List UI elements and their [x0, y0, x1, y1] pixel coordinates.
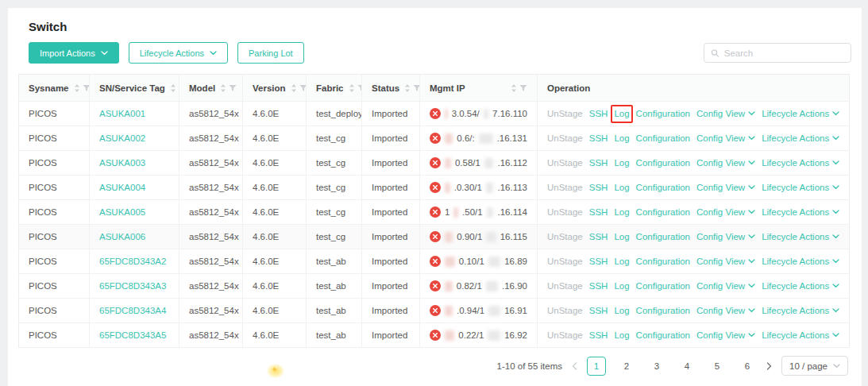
op-link-configuration[interactable]: Configuration: [636, 257, 690, 266]
sn-link[interactable]: 65FDC8D343A5: [99, 330, 166, 340]
filter-icon[interactable]: [357, 84, 362, 92]
op-link-config-view[interactable]: Config View: [696, 281, 755, 291]
op-label: Config View: [696, 257, 745, 266]
sn-link[interactable]: ASUKA001: [99, 109, 145, 118]
op-link-unstage[interactable]: UnStage: [547, 158, 583, 168]
op-link-config-view[interactable]: Config View: [696, 207, 755, 217]
page-number-1[interactable]: 1: [587, 357, 606, 376]
op-link-log-annotated[interactable]: Log: [614, 109, 629, 118]
sort-icon[interactable]: [220, 83, 226, 93]
op-link-ssh[interactable]: SSH: [589, 183, 608, 192]
page-number-3[interactable]: 3: [647, 357, 666, 376]
op-link-ssh[interactable]: SSH: [589, 109, 608, 118]
sn-link[interactable]: ASUKA004: [99, 183, 145, 192]
op-link-config-view[interactable]: Config View: [696, 183, 755, 192]
op-link-ssh[interactable]: SSH: [589, 306, 608, 315]
sn-link[interactable]: 65FDC8D343A3: [99, 281, 166, 291]
page-size-value: 10 / page: [789, 361, 827, 371]
op-link-log[interactable]: Log: [614, 158, 629, 168]
op-link-ssh[interactable]: SSH: [589, 232, 608, 241]
lifecycle-actions-button[interactable]: Lifecycle Actions: [129, 42, 228, 64]
op-link-configuration[interactable]: Configuration: [636, 330, 690, 340]
op-link-configuration[interactable]: Configuration: [636, 207, 690, 217]
op-link-log[interactable]: Log: [614, 257, 629, 266]
sn-link[interactable]: 65FDC8D343A4: [99, 306, 166, 315]
op-link-ssh[interactable]: SSH: [589, 133, 608, 143]
prev-page-button[interactable]: [570, 361, 579, 372]
filter-icon[interactable]: [299, 84, 307, 92]
op-link-log[interactable]: Log: [614, 207, 629, 217]
op-link-lifecycle-actions[interactable]: Lifecycle Actions: [762, 306, 839, 315]
op-link-configuration[interactable]: Configuration: [636, 232, 690, 241]
op-link-configuration[interactable]: Configuration: [636, 158, 690, 168]
op-link-config-view[interactable]: Config View: [696, 330, 755, 340]
page-number-6[interactable]: 6: [738, 357, 757, 376]
op-link-configuration[interactable]: Configuration: [636, 306, 690, 315]
filter-icon[interactable]: [413, 84, 419, 92]
sort-icon[interactable]: [74, 83, 80, 93]
op-link-log[interactable]: Log: [614, 232, 629, 241]
op-link-config-view[interactable]: Config View: [696, 306, 755, 315]
op-link-unstage[interactable]: UnStage: [547, 109, 583, 118]
op-link-ssh[interactable]: SSH: [589, 158, 608, 168]
op-label: SSH: [589, 281, 608, 291]
op-link-ssh[interactable]: SSH: [589, 330, 608, 340]
op-link-config-view[interactable]: Config View: [696, 257, 755, 266]
op-link-unstage[interactable]: UnStage: [547, 306, 583, 315]
op-link-unstage[interactable]: UnStage: [547, 133, 583, 143]
op-link-ssh[interactable]: SSH: [589, 281, 608, 291]
import-actions-button[interactable]: Import Actions: [29, 42, 119, 64]
sort-icon[interactable]: [291, 83, 297, 93]
op-link-lifecycle-actions[interactable]: Lifecycle Actions: [762, 207, 839, 217]
sn-link[interactable]: ASUKA003: [99, 158, 145, 168]
sort-icon[interactable]: [404, 83, 411, 93]
op-link-configuration[interactable]: Configuration: [636, 133, 690, 143]
page-number-4[interactable]: 4: [677, 357, 696, 376]
op-link-configuration[interactable]: Configuration: [636, 109, 690, 118]
op-link-unstage[interactable]: UnStage: [547, 232, 583, 241]
page-size-select[interactable]: 10 / page: [781, 356, 848, 376]
filter-icon[interactable]: [519, 84, 527, 92]
op-link-unstage[interactable]: UnStage: [547, 281, 583, 291]
next-page-button[interactable]: [765, 361, 773, 372]
op-label: SSH: [589, 158, 608, 168]
op-link-lifecycle-actions[interactable]: Lifecycle Actions: [762, 133, 839, 143]
sn-link[interactable]: ASUKA005: [99, 207, 145, 217]
page-number-2[interactable]: 2: [617, 357, 636, 376]
op-link-lifecycle-actions[interactable]: Lifecycle Actions: [762, 257, 839, 266]
op-link-config-view[interactable]: Config View: [696, 232, 755, 241]
op-link-log[interactable]: Log: [614, 330, 629, 340]
op-link-ssh[interactable]: SSH: [589, 257, 608, 266]
sort-icon[interactable]: [511, 83, 517, 93]
op-link-lifecycle-actions[interactable]: Lifecycle Actions: [762, 183, 839, 192]
op-link-config-view[interactable]: Config View: [696, 158, 755, 168]
op-link-config-view[interactable]: Config View: [696, 133, 755, 143]
search-input[interactable]: [724, 48, 844, 58]
sort-icon[interactable]: [349, 83, 355, 93]
filter-icon[interactable]: [229, 84, 237, 92]
op-link-log[interactable]: Log: [614, 281, 629, 291]
op-link-unstage[interactable]: UnStage: [547, 330, 583, 340]
op-link-config-view[interactable]: Config View: [696, 109, 755, 118]
sort-icon[interactable]: [170, 83, 176, 93]
sn-link[interactable]: 65FDC8D343A2: [99, 257, 166, 266]
filter-icon[interactable]: [83, 84, 90, 92]
op-link-ssh[interactable]: SSH: [589, 207, 608, 217]
page-number-5[interactable]: 5: [708, 357, 727, 376]
op-link-lifecycle-actions[interactable]: Lifecycle Actions: [762, 281, 839, 291]
op-link-lifecycle-actions[interactable]: Lifecycle Actions: [762, 232, 839, 241]
op-link-unstage[interactable]: UnStage: [547, 207, 583, 217]
op-link-configuration[interactable]: Configuration: [636, 183, 690, 192]
op-link-unstage[interactable]: UnStage: [547, 257, 583, 266]
op-link-log[interactable]: Log: [614, 133, 629, 143]
op-link-log[interactable]: Log: [614, 306, 629, 315]
op-link-lifecycle-actions[interactable]: Lifecycle Actions: [762, 158, 839, 168]
op-link-lifecycle-actions[interactable]: Lifecycle Actions: [762, 109, 839, 118]
sn-link[interactable]: ASUKA002: [99, 133, 145, 143]
op-link-log[interactable]: Log: [614, 183, 629, 192]
op-link-lifecycle-actions[interactable]: Lifecycle Actions: [762, 330, 839, 340]
op-link-unstage[interactable]: UnStage: [547, 183, 583, 192]
parking-lot-button[interactable]: Parking Lot: [237, 42, 304, 64]
op-link-configuration[interactable]: Configuration: [636, 281, 690, 291]
sn-link[interactable]: ASUKA006: [99, 232, 145, 241]
